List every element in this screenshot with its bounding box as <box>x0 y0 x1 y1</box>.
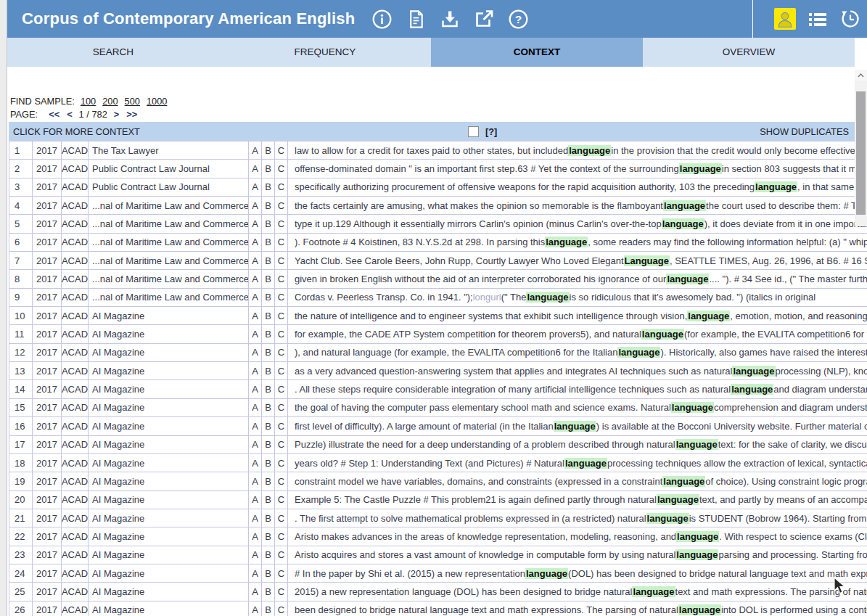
row-source-link[interactable]: ...nal of Maritime Law and Commerce <box>89 252 249 269</box>
row-source-link[interactable]: AI Magazine <box>89 344 249 361</box>
context-link-c[interactable]: C <box>275 234 288 251</box>
row-context-text[interactable]: first level of difficulty). A large amou… <box>288 417 867 435</box>
context-link-b[interactable]: B <box>262 417 275 435</box>
row-source-link[interactable]: AI Magazine <box>89 601 249 616</box>
row-context-text[interactable]: the facts certainly are amusing, what ma… <box>288 197 867 214</box>
context-link-c[interactable]: C <box>275 380 288 398</box>
scrollbar-up-button[interactable] <box>855 70 867 81</box>
tab-frequency[interactable]: FREQUENCY <box>219 38 431 67</box>
context-link-b[interactable]: B <box>262 215 275 232</box>
context-link-a[interactable]: A <box>249 160 262 177</box>
context-link-c[interactable]: C <box>275 141 288 159</box>
context-link-c[interactable]: C <box>275 417 288 435</box>
context-link-a[interactable]: A <box>249 472 262 490</box>
context-link-a[interactable]: A <box>249 234 262 251</box>
last-page-button[interactable]: >> <box>126 109 137 120</box>
context-link-c[interactable]: C <box>275 197 288 214</box>
context-link-b[interactable]: B <box>262 491 275 509</box>
context-link-c[interactable]: C <box>275 491 288 509</box>
context-link-b[interactable]: B <box>262 160 275 177</box>
context-link-b[interactable]: B <box>262 362 275 379</box>
row-source-link[interactable]: AI Magazine <box>89 583 249 600</box>
external-link-icon[interactable] <box>473 8 495 30</box>
context-link-c[interactable]: C <box>275 270 288 287</box>
context-link-b[interactable]: B <box>262 234 275 251</box>
context-link-a[interactable]: A <box>249 197 262 214</box>
row-context-text[interactable]: 2015) a new representation language (DOL… <box>288 583 867 600</box>
context-link-b[interactable]: B <box>262 178 275 196</box>
context-link-b[interactable]: B <box>262 289 275 306</box>
row-source-link[interactable]: ...nal of Maritime Law and Commerce <box>89 289 249 306</box>
context-link-b[interactable]: B <box>262 307 275 324</box>
row-source-link[interactable]: AI Magazine <box>89 417 249 435</box>
row-context-text[interactable]: as a very advanced question-answering sy… <box>288 362 867 379</box>
context-link-c[interactable]: C <box>275 472 288 490</box>
context-link-a[interactable]: A <box>249 509 262 527</box>
row-source-link[interactable]: AI Magazine <box>89 380 249 398</box>
context-link-a[interactable]: A <box>249 380 262 398</box>
context-link-b[interactable]: B <box>262 141 275 159</box>
context-link-c[interactable]: C <box>275 546 288 564</box>
context-link-a[interactable]: A <box>249 141 262 159</box>
context-link-b[interactable]: B <box>262 270 275 287</box>
sample-100-link[interactable]: 100 <box>81 96 96 107</box>
context-link-c[interactable]: C <box>275 289 288 306</box>
scrollbar-thumb[interactable] <box>856 91 866 215</box>
row-source-link[interactable]: Public Contract Law Journal <box>89 160 249 177</box>
row-source-link[interactable]: ...nal of Maritime Law and Commerce <box>89 270 249 287</box>
row-context-text[interactable]: Aristo makes advances in the areas of kn… <box>288 527 867 545</box>
context-link-c[interactable]: C <box>275 178 288 196</box>
help-badge[interactable]: [?] <box>485 126 497 137</box>
row-context-text[interactable]: Example 5: The Castle Puzzle # This prob… <box>288 491 867 509</box>
context-link-c[interactable]: C <box>275 454 288 472</box>
row-context-text[interactable]: Cordas v. Peerless Transp. Co. in 1941. … <box>288 289 867 306</box>
row-context-text[interactable]: ), and natural language (for example, th… <box>288 344 867 361</box>
row-context-text[interactable]: given in broken English without the aid … <box>288 270 867 287</box>
info-icon[interactable] <box>371 8 393 30</box>
context-link-a[interactable]: A <box>249 527 262 545</box>
context-link-b[interactable]: B <box>262 509 275 527</box>
row-source-link[interactable]: AI Magazine <box>89 472 249 490</box>
context-link-b[interactable]: B <box>262 380 275 398</box>
context-link-a[interactable]: A <box>249 491 262 509</box>
row-source-link[interactable]: AI Magazine <box>89 399 249 416</box>
context-link-a[interactable]: A <box>249 362 262 379</box>
context-link-b[interactable]: B <box>262 252 275 269</box>
context-link-b[interactable]: B <box>262 325 275 342</box>
context-link-c[interactable]: C <box>275 509 288 527</box>
history-icon[interactable] <box>839 8 861 30</box>
context-link-a[interactable]: A <box>249 417 262 435</box>
context-link-b[interactable]: B <box>262 546 275 564</box>
context-link-a[interactable]: A <box>249 436 262 453</box>
context-link-a[interactable]: A <box>249 270 262 287</box>
context-link-b[interactable]: B <box>262 472 275 490</box>
duplicates-checkbox[interactable] <box>468 126 479 137</box>
row-context-text[interactable]: Yacht Club. See Carole Beers, John Rupp,… <box>288 252 867 269</box>
context-link-b[interactable]: B <box>262 527 275 545</box>
row-context-text[interactable]: Aristo acquires and stores a vast amount… <box>288 546 867 564</box>
context-link-a[interactable]: A <box>249 601 262 616</box>
context-link-a[interactable]: A <box>249 252 262 269</box>
context-link-c[interactable]: C <box>275 215 288 232</box>
context-link-c[interactable]: C <box>275 160 288 177</box>
row-context-text[interactable]: # In the paper by Shi et al. (2015) a ne… <box>288 564 867 582</box>
next-page-button[interactable]: > <box>114 109 119 120</box>
context-link-c[interactable]: C <box>275 601 288 616</box>
row-source-link[interactable]: AI Magazine <box>89 546 249 564</box>
context-link-b[interactable]: B <box>262 564 275 582</box>
tab-search[interactable]: SEARCH <box>7 38 219 67</box>
row-source-link[interactable]: Public Contract Law Journal <box>89 178 249 196</box>
context-link-a[interactable]: A <box>249 546 262 564</box>
download-icon[interactable] <box>439 8 461 30</box>
row-context-text[interactable]: Puzzle) illustrate the need for a deep u… <box>288 436 867 453</box>
context-link-a[interactable]: A <box>249 399 262 416</box>
context-link-a[interactable]: A <box>249 325 262 342</box>
context-link-b[interactable]: B <box>262 601 275 616</box>
sample-200-link[interactable]: 200 <box>102 96 118 107</box>
row-context-text[interactable]: the goal of having the computer pass ele… <box>288 399 867 416</box>
context-link-c[interactable]: C <box>275 399 288 416</box>
context-link-a[interactable]: A <box>249 454 262 472</box>
context-link-a[interactable]: A <box>249 583 262 600</box>
show-duplicates-label[interactable]: SHOW DUPLICATES <box>760 126 849 137</box>
row-context-text[interactable]: years old? # Step 1: Understanding Text … <box>288 454 867 472</box>
